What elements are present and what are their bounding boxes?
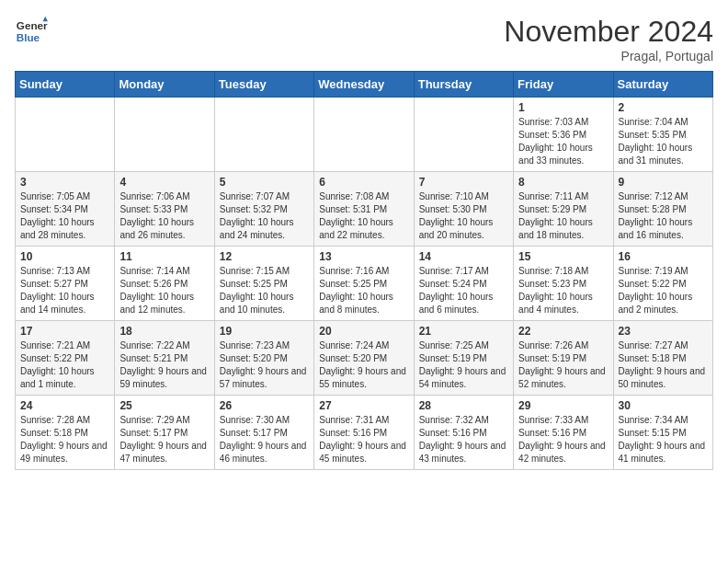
calendar-header-tuesday: Tuesday [214,72,313,98]
day-number: 28 [419,399,508,412]
calendar-cell: 16Sunrise: 7:19 AM Sunset: 5:22 PM Dayli… [613,247,712,321]
day-number: 1 [518,101,608,114]
day-number: 3 [20,176,109,189]
calendar-cell: 22Sunrise: 7:26 AM Sunset: 5:19 PM Dayli… [514,321,613,396]
calendar-cell: 29Sunrise: 7:33 AM Sunset: 5:16 PM Dayli… [514,396,613,470]
calendar-header-monday: Monday [115,72,214,98]
day-info: Sunrise: 7:29 AM Sunset: 5:17 PM Dayligh… [119,414,209,465]
day-info: Sunrise: 7:06 AM Sunset: 5:33 PM Dayligh… [119,190,209,242]
day-info: Sunrise: 7:07 AM Sunset: 5:32 PM Dayligh… [220,190,309,242]
calendar-cell: 7Sunrise: 7:10 AM Sunset: 5:30 PM Daylig… [414,172,513,247]
day-info: Sunrise: 7:24 AM Sunset: 5:20 PM Dayligh… [319,339,408,391]
calendar-cell: 4Sunrise: 7:06 AM Sunset: 5:33 PM Daylig… [115,172,214,247]
calendar-cell: 14Sunrise: 7:17 AM Sunset: 5:24 PM Dayli… [414,247,513,321]
calendar-cell: 2Sunrise: 7:04 AM Sunset: 5:35 PM Daylig… [613,98,712,172]
calendar-cell [214,98,313,172]
page-header: General Blue November 2024 Pragal, Portu… [15,15,713,63]
day-number: 4 [119,176,209,189]
calendar-cell: 3Sunrise: 7:05 AM Sunset: 5:34 PM Daylig… [16,172,115,247]
calendar-header-saturday: Saturday [613,72,712,98]
calendar-cell: 21Sunrise: 7:25 AM Sunset: 5:19 PM Dayli… [414,321,513,396]
day-info: Sunrise: 7:23 AM Sunset: 5:20 PM Dayligh… [220,339,309,391]
day-number: 8 [518,176,608,189]
day-number: 9 [619,176,708,189]
calendar-week-2: 3Sunrise: 7:05 AM Sunset: 5:34 PM Daylig… [16,172,713,247]
calendar-table: SundayMondayTuesdayWednesdayThursdayFrid… [15,71,713,470]
day-number: 22 [518,325,608,338]
calendar-header-row: SundayMondayTuesdayWednesdayThursdayFrid… [16,72,713,98]
day-info: Sunrise: 7:16 AM Sunset: 5:25 PM Dayligh… [319,265,408,316]
title-block: November 2024 Pragal, Portugal [504,15,713,63]
day-info: Sunrise: 7:04 AM Sunset: 5:35 PM Dayligh… [619,116,708,167]
calendar-cell: 9Sunrise: 7:12 AM Sunset: 5:28 PM Daylig… [613,172,712,247]
day-number: 13 [319,250,408,263]
day-info: Sunrise: 7:05 AM Sunset: 5:34 PM Dayligh… [20,190,109,242]
calendar-cell: 20Sunrise: 7:24 AM Sunset: 5:20 PM Dayli… [314,321,414,396]
calendar-cell: 15Sunrise: 7:18 AM Sunset: 5:23 PM Dayli… [514,247,613,321]
calendar-week-1: 1Sunrise: 7:03 AM Sunset: 5:36 PM Daylig… [16,98,713,172]
day-number: 6 [319,176,408,189]
calendar-cell [16,98,115,172]
day-number: 12 [220,250,309,263]
calendar-cell: 8Sunrise: 7:11 AM Sunset: 5:29 PM Daylig… [514,172,613,247]
day-number: 11 [119,250,209,263]
calendar-cell: 18Sunrise: 7:22 AM Sunset: 5:21 PM Dayli… [115,321,214,396]
calendar-week-5: 24Sunrise: 7:28 AM Sunset: 5:18 PM Dayli… [16,396,713,470]
day-number: 18 [119,325,209,338]
calendar-cell: 6Sunrise: 7:08 AM Sunset: 5:31 PM Daylig… [314,172,414,247]
calendar-week-3: 10Sunrise: 7:13 AM Sunset: 5:27 PM Dayli… [16,247,713,321]
calendar-cell [314,98,414,172]
day-info: Sunrise: 7:27 AM Sunset: 5:18 PM Dayligh… [619,339,708,391]
day-info: Sunrise: 7:25 AM Sunset: 5:19 PM Dayligh… [419,339,508,391]
calendar-cell: 24Sunrise: 7:28 AM Sunset: 5:18 PM Dayli… [16,396,115,470]
day-info: Sunrise: 7:12 AM Sunset: 5:28 PM Dayligh… [619,190,708,242]
day-number: 15 [518,250,608,263]
logo-icon: General Blue [15,15,48,48]
day-info: Sunrise: 7:03 AM Sunset: 5:36 PM Dayligh… [518,116,608,167]
day-info: Sunrise: 7:28 AM Sunset: 5:18 PM Dayligh… [20,414,109,465]
day-info: Sunrise: 7:31 AM Sunset: 5:16 PM Dayligh… [319,414,408,465]
day-number: 16 [619,250,708,263]
day-number: 14 [419,250,508,263]
day-info: Sunrise: 7:13 AM Sunset: 5:27 PM Dayligh… [20,265,109,316]
calendar-header-wednesday: Wednesday [314,72,414,98]
day-info: Sunrise: 7:14 AM Sunset: 5:26 PM Dayligh… [119,265,209,316]
day-info: Sunrise: 7:11 AM Sunset: 5:29 PM Dayligh… [518,190,608,242]
calendar-cell: 30Sunrise: 7:34 AM Sunset: 5:15 PM Dayli… [613,396,712,470]
day-number: 7 [419,176,508,189]
day-info: Sunrise: 7:18 AM Sunset: 5:23 PM Dayligh… [518,265,608,316]
calendar-cell: 17Sunrise: 7:21 AM Sunset: 5:22 PM Dayli… [16,321,115,396]
day-number: 27 [319,399,408,412]
calendar-cell: 10Sunrise: 7:13 AM Sunset: 5:27 PM Dayli… [16,247,115,321]
calendar-cell: 11Sunrise: 7:14 AM Sunset: 5:26 PM Dayli… [115,247,214,321]
calendar-cell: 19Sunrise: 7:23 AM Sunset: 5:20 PM Dayli… [214,321,313,396]
day-number: 23 [619,325,708,338]
day-number: 17 [20,325,109,338]
day-info: Sunrise: 7:30 AM Sunset: 5:17 PM Dayligh… [220,414,309,465]
day-info: Sunrise: 7:33 AM Sunset: 5:16 PM Dayligh… [518,414,608,465]
calendar-week-4: 17Sunrise: 7:21 AM Sunset: 5:22 PM Dayli… [16,321,713,396]
day-number: 29 [518,399,608,412]
day-number: 19 [220,325,309,338]
day-info: Sunrise: 7:10 AM Sunset: 5:30 PM Dayligh… [419,190,508,242]
day-info: Sunrise: 7:21 AM Sunset: 5:22 PM Dayligh… [20,339,109,391]
day-number: 5 [220,176,309,189]
day-number: 25 [119,399,209,412]
day-info: Sunrise: 7:34 AM Sunset: 5:15 PM Dayligh… [619,414,708,465]
month-title: November 2024 [504,15,713,49]
day-number: 30 [619,399,708,412]
calendar-header-friday: Friday [514,72,613,98]
calendar-cell: 27Sunrise: 7:31 AM Sunset: 5:16 PM Dayli… [314,396,414,470]
day-info: Sunrise: 7:22 AM Sunset: 5:21 PM Dayligh… [119,339,209,391]
calendar-cell: 26Sunrise: 7:30 AM Sunset: 5:17 PM Dayli… [214,396,313,470]
calendar-cell: 12Sunrise: 7:15 AM Sunset: 5:25 PM Dayli… [214,247,313,321]
day-info: Sunrise: 7:15 AM Sunset: 5:25 PM Dayligh… [220,265,309,316]
day-number: 21 [419,325,508,338]
svg-text:Blue: Blue [17,31,40,43]
calendar-cell: 5Sunrise: 7:07 AM Sunset: 5:32 PM Daylig… [214,172,313,247]
calendar-header-thursday: Thursday [414,72,513,98]
day-number: 2 [619,101,708,114]
calendar-cell: 13Sunrise: 7:16 AM Sunset: 5:25 PM Dayli… [314,247,414,321]
calendar-cell [414,98,513,172]
logo: General Blue [15,15,48,48]
